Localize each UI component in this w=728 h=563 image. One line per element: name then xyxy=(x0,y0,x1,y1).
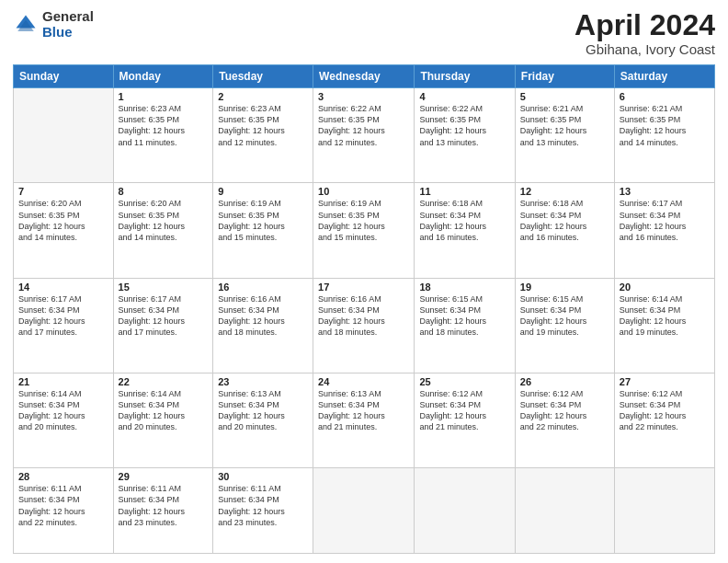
day-number: 24 xyxy=(318,376,409,387)
day-info: Sunrise: 6:14 AM Sunset: 6:34 PM Dayligh… xyxy=(620,293,710,339)
header: General Blue April 2024 Gbihana, Ivory C… xyxy=(13,9,715,57)
calendar-day-header: Tuesday xyxy=(213,65,313,88)
day-number: 30 xyxy=(218,471,308,482)
calendar-day-cell: 13Sunrise: 6:17 AM Sunset: 6:34 PM Dayli… xyxy=(614,183,714,278)
calendar-day-header: Wednesday xyxy=(313,65,415,88)
calendar-day-cell: 15Sunrise: 6:17 AM Sunset: 6:34 PM Dayli… xyxy=(113,278,213,373)
calendar-day-cell xyxy=(14,88,114,183)
day-number: 22 xyxy=(119,376,209,387)
calendar-day-cell: 14Sunrise: 6:17 AM Sunset: 6:34 PM Dayli… xyxy=(14,278,114,373)
calendar-day-cell: 23Sunrise: 6:13 AM Sunset: 6:34 PM Dayli… xyxy=(213,373,313,467)
calendar-day-cell xyxy=(313,468,415,554)
day-info: Sunrise: 6:18 AM Sunset: 6:34 PM Dayligh… xyxy=(419,198,509,243)
day-number: 21 xyxy=(18,376,108,387)
day-number: 27 xyxy=(620,376,710,387)
calendar-day-header: Friday xyxy=(515,65,614,88)
day-info: Sunrise: 6:20 AM Sunset: 6:35 PM Dayligh… xyxy=(119,198,209,243)
subtitle: Gbihana, Ivory Coast xyxy=(574,41,715,57)
day-info: Sunrise: 6:15 AM Sunset: 6:34 PM Dayligh… xyxy=(419,293,509,339)
calendar-day-cell: 27Sunrise: 6:12 AM Sunset: 6:34 PM Dayli… xyxy=(614,373,714,467)
day-number: 7 xyxy=(18,186,108,197)
calendar-day-cell: 11Sunrise: 6:18 AM Sunset: 6:34 PM Dayli… xyxy=(415,183,515,278)
day-number: 4 xyxy=(419,91,509,102)
day-number: 13 xyxy=(620,186,710,197)
logo-blue: Blue xyxy=(42,25,94,40)
calendar-week-row: 21Sunrise: 6:14 AM Sunset: 6:34 PM Dayli… xyxy=(14,373,715,467)
logo-icon xyxy=(13,12,39,38)
calendar-day-cell: 21Sunrise: 6:14 AM Sunset: 6:34 PM Dayli… xyxy=(14,373,114,467)
calendar-day-cell: 10Sunrise: 6:19 AM Sunset: 6:35 PM Dayli… xyxy=(313,183,415,278)
day-info: Sunrise: 6:16 AM Sunset: 6:34 PM Dayligh… xyxy=(218,293,308,339)
calendar-week-row: 7Sunrise: 6:20 AM Sunset: 6:35 PM Daylig… xyxy=(14,183,715,278)
day-info: Sunrise: 6:15 AM Sunset: 6:34 PM Dayligh… xyxy=(520,293,609,339)
day-info: Sunrise: 6:17 AM Sunset: 6:34 PM Dayligh… xyxy=(620,198,710,243)
day-number: 1 xyxy=(119,91,209,102)
day-info: Sunrise: 6:12 AM Sunset: 6:34 PM Dayligh… xyxy=(520,388,609,433)
calendar-day-cell: 22Sunrise: 6:14 AM Sunset: 6:34 PM Dayli… xyxy=(113,373,213,467)
day-info: Sunrise: 6:21 AM Sunset: 6:35 PM Dayligh… xyxy=(520,103,609,148)
day-info: Sunrise: 6:17 AM Sunset: 6:34 PM Dayligh… xyxy=(119,293,209,339)
calendar-day-cell: 26Sunrise: 6:12 AM Sunset: 6:34 PM Dayli… xyxy=(515,373,614,467)
day-info: Sunrise: 6:22 AM Sunset: 6:35 PM Dayligh… xyxy=(419,103,509,148)
day-number: 16 xyxy=(218,282,308,293)
logo-text: General Blue xyxy=(42,9,94,40)
calendar-day-cell: 17Sunrise: 6:16 AM Sunset: 6:34 PM Dayli… xyxy=(313,278,415,373)
day-info: Sunrise: 6:13 AM Sunset: 6:34 PM Dayligh… xyxy=(318,388,409,433)
calendar-day-cell: 1Sunrise: 6:23 AM Sunset: 6:35 PM Daylig… xyxy=(113,88,213,183)
day-info: Sunrise: 6:21 AM Sunset: 6:35 PM Dayligh… xyxy=(620,103,710,148)
calendar-week-row: 14Sunrise: 6:17 AM Sunset: 6:34 PM Dayli… xyxy=(14,278,715,373)
calendar-day-cell: 8Sunrise: 6:20 AM Sunset: 6:35 PM Daylig… xyxy=(113,183,213,278)
calendar-header-row: SundayMondayTuesdayWednesdayThursdayFrid… xyxy=(14,65,715,88)
day-info: Sunrise: 6:16 AM Sunset: 6:34 PM Dayligh… xyxy=(318,293,409,339)
day-info: Sunrise: 6:20 AM Sunset: 6:35 PM Dayligh… xyxy=(18,198,108,243)
day-number: 26 xyxy=(520,376,609,387)
day-number: 29 xyxy=(119,471,209,482)
calendar-day-cell: 2Sunrise: 6:23 AM Sunset: 6:35 PM Daylig… xyxy=(213,88,313,183)
day-info: Sunrise: 6:13 AM Sunset: 6:34 PM Dayligh… xyxy=(218,388,308,433)
day-number: 19 xyxy=(520,282,609,293)
day-number: 15 xyxy=(119,282,209,293)
calendar-day-header: Monday xyxy=(113,65,213,88)
day-info: Sunrise: 6:12 AM Sunset: 6:34 PM Dayligh… xyxy=(620,388,710,433)
title-block: April 2024 Gbihana, Ivory Coast xyxy=(574,9,715,57)
day-info: Sunrise: 6:12 AM Sunset: 6:34 PM Dayligh… xyxy=(419,388,509,433)
calendar-day-cell: 9Sunrise: 6:19 AM Sunset: 6:35 PM Daylig… xyxy=(213,183,313,278)
calendar-day-header: Saturday xyxy=(614,65,714,88)
day-info: Sunrise: 6:19 AM Sunset: 6:35 PM Dayligh… xyxy=(318,198,409,243)
calendar-day-cell: 25Sunrise: 6:12 AM Sunset: 6:34 PM Dayli… xyxy=(415,373,515,467)
page: General Blue April 2024 Gbihana, Ivory C… xyxy=(0,0,728,563)
day-number: 18 xyxy=(419,282,509,293)
day-number: 2 xyxy=(218,91,308,102)
day-number: 28 xyxy=(18,471,108,482)
day-info: Sunrise: 6:23 AM Sunset: 6:35 PM Dayligh… xyxy=(218,103,308,148)
calendar-week-row: 28Sunrise: 6:11 AM Sunset: 6:34 PM Dayli… xyxy=(14,468,715,554)
day-info: Sunrise: 6:23 AM Sunset: 6:35 PM Dayligh… xyxy=(119,103,209,148)
calendar-week-row: 1Sunrise: 6:23 AM Sunset: 6:35 PM Daylig… xyxy=(14,88,715,183)
day-number: 23 xyxy=(218,376,308,387)
main-title: April 2024 xyxy=(574,9,715,41)
day-number: 11 xyxy=(419,186,509,197)
day-number: 12 xyxy=(520,186,609,197)
day-info: Sunrise: 6:11 AM Sunset: 6:34 PM Dayligh… xyxy=(119,483,209,528)
calendar-day-cell xyxy=(614,468,714,554)
calendar-table: SundayMondayTuesdayWednesdayThursdayFrid… xyxy=(13,64,715,554)
day-number: 8 xyxy=(119,186,209,197)
calendar-day-header: Sunday xyxy=(14,65,114,88)
day-number: 17 xyxy=(318,282,409,293)
calendar-day-cell: 18Sunrise: 6:15 AM Sunset: 6:34 PM Dayli… xyxy=(415,278,515,373)
calendar-day-cell: 29Sunrise: 6:11 AM Sunset: 6:34 PM Dayli… xyxy=(113,468,213,554)
calendar-day-cell: 20Sunrise: 6:14 AM Sunset: 6:34 PM Dayli… xyxy=(614,278,714,373)
day-info: Sunrise: 6:22 AM Sunset: 6:35 PM Dayligh… xyxy=(318,103,409,148)
day-number: 9 xyxy=(218,186,308,197)
calendar-day-cell: 7Sunrise: 6:20 AM Sunset: 6:35 PM Daylig… xyxy=(14,183,114,278)
calendar-day-header: Thursday xyxy=(415,65,515,88)
day-info: Sunrise: 6:18 AM Sunset: 6:34 PM Dayligh… xyxy=(520,198,609,243)
day-number: 3 xyxy=(318,91,409,102)
calendar-day-cell: 12Sunrise: 6:18 AM Sunset: 6:34 PM Dayli… xyxy=(515,183,614,278)
calendar-day-cell: 28Sunrise: 6:11 AM Sunset: 6:34 PM Dayli… xyxy=(14,468,114,554)
calendar-day-cell xyxy=(515,468,614,554)
calendar-day-cell: 24Sunrise: 6:13 AM Sunset: 6:34 PM Dayli… xyxy=(313,373,415,467)
calendar-day-cell: 19Sunrise: 6:15 AM Sunset: 6:34 PM Dayli… xyxy=(515,278,614,373)
day-number: 20 xyxy=(620,282,710,293)
logo-general: General xyxy=(42,9,94,25)
